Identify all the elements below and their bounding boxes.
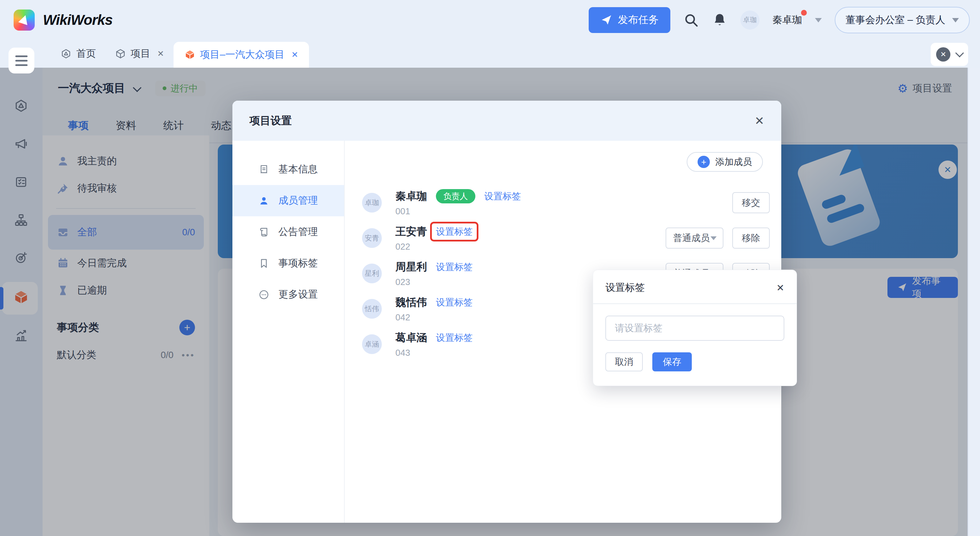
member-name: 周星利	[395, 260, 427, 274]
remove-member-button[interactable]: 移除	[732, 228, 770, 249]
doc-icon	[258, 164, 269, 175]
popup-divider	[593, 303, 797, 304]
member-row-秦卓珈: 卓珈 秦卓珈 负责人设置标签 001 移交	[362, 186, 770, 220]
member-info: 秦卓珈 负责人设置标签 001	[395, 189, 521, 217]
tab-project[interactable]: 项目 ✕	[105, 40, 173, 68]
cube-outline-icon	[115, 48, 126, 59]
modal-nav-label: 更多设置	[278, 288, 318, 301]
modal-header: 项目设置 ✕	[232, 101, 781, 141]
member-name: 魏恬伟	[395, 295, 427, 309]
publish-task-button[interactable]: 发布任务	[589, 7, 670, 33]
member-row-王安青: 安青 王安青 设置标签 022 普通成员 移除	[362, 221, 770, 255]
member-info: 周星利 设置标签 023	[395, 260, 473, 287]
member-icon	[258, 195, 269, 206]
user-menu-caret-icon[interactable]	[815, 18, 822, 26]
rocket-icon	[600, 14, 612, 26]
org-role-label: 董事会办公室 – 负责人	[846, 13, 945, 27]
member-id: 043	[395, 347, 473, 358]
tab-bar-controls: ✕	[931, 43, 968, 66]
workspace-tab-bar: 首页 项目 ✕ 项目–一汽大众项目 ✕ ✕	[0, 40, 980, 68]
hamburger-menu-button[interactable]	[8, 48, 34, 73]
modal-nav-基本信息[interactable]: 基本信息	[232, 154, 344, 185]
member-id: 001	[395, 206, 521, 217]
set-tag-link[interactable]: 设置标签	[436, 331, 473, 344]
home-icon	[60, 48, 72, 59]
transfer-button[interactable]: 移交	[732, 192, 770, 213]
tab-active-label: 项目–一汽大众项目	[200, 48, 285, 62]
set-tag-link[interactable]: 设置标签	[436, 261, 473, 273]
member-info: 葛卓涵 设置标签 043	[395, 331, 473, 358]
search-icon[interactable]	[683, 12, 699, 28]
set-tag-link[interactable]: 设置标签	[484, 190, 521, 202]
cancel-button[interactable]: 取消	[605, 352, 643, 371]
more-icon	[258, 289, 269, 300]
modal-nav: 基本信息 成员管理 公告管理 事项标签 更多设置	[232, 141, 345, 523]
set-tag-popup: 设置标签 ✕ 取消 保存	[593, 270, 797, 386]
wikiworks-logo-icon	[14, 10, 35, 31]
set-tag-link[interactable]: 设置标签	[436, 296, 473, 308]
modal-nav-label: 事项标签	[278, 257, 318, 270]
role-dropdown[interactable]: 普通成员	[666, 228, 724, 249]
modal-nav-更多设置[interactable]: 更多设置	[232, 279, 344, 310]
modal-nav-成员管理[interactable]: 成员管理	[232, 185, 344, 216]
member-management-pane: + 添加成员 卓珈 秦卓珈 负责人设置标签 001 移交安青 王安青 设置标签 …	[345, 141, 781, 523]
tabs-chevron-down-icon[interactable]	[955, 49, 964, 57]
app-window: WikiWorks 发布任务 卓珈 秦卓珈 董事会办公室 – 负责人 首页 项目	[0, 0, 980, 536]
org-role-selector[interactable]: 董事会办公室 – 负责人	[835, 7, 970, 33]
owner-badge: 负责人	[436, 189, 476, 203]
member-info: 魏恬伟 设置标签 042	[395, 295, 473, 323]
tag-input[interactable]	[606, 323, 784, 334]
top-header: WikiWorks 发布任务 卓珈 秦卓珈 董事会办公室 – 负责人	[0, 0, 980, 40]
member-avatar: 卓涵	[362, 334, 382, 354]
modal-nav-公告管理[interactable]: 公告管理	[232, 216, 344, 247]
member-avatar: 星利	[362, 263, 382, 283]
member-id: 022	[395, 241, 473, 252]
modal-title: 项目设置	[250, 114, 292, 128]
tab-project-label: 项目	[130, 47, 150, 60]
tab-active-close-icon[interactable]: ✕	[291, 50, 298, 60]
close-all-tabs-icon[interactable]: ✕	[936, 47, 950, 62]
user-name-text: 秦卓珈	[772, 14, 802, 25]
scroll-icon	[258, 227, 269, 238]
org-caret-icon	[952, 18, 959, 26]
tab-close-icon[interactable]: ✕	[157, 49, 164, 59]
user-name[interactable]: 秦卓珈	[772, 13, 802, 27]
dropdown-caret-icon	[711, 236, 717, 243]
modal-nav-事项标签[interactable]: 事项标签	[232, 247, 344, 279]
tag-input-wrap	[605, 316, 784, 341]
member-name: 秦卓珈	[395, 189, 427, 203]
add-member-button[interactable]: + 添加成员	[687, 152, 763, 172]
member-name: 王安青	[395, 224, 427, 239]
tab-home-label: 首页	[76, 47, 96, 60]
cube-orange-icon	[185, 49, 195, 60]
popup-title: 设置标签	[605, 281, 645, 295]
popup-header: 设置标签 ✕	[593, 270, 797, 303]
member-name: 葛卓涵	[395, 331, 427, 345]
role-value: 普通成员	[673, 232, 710, 244]
member-id: 042	[395, 312, 473, 323]
member-avatar: 安青	[362, 228, 382, 248]
plus-icon: +	[698, 156, 710, 168]
set-tag-link[interactable]: 设置标签	[432, 224, 477, 240]
tab-home[interactable]: 首页	[51, 40, 105, 68]
publish-task-label: 发布任务	[618, 13, 659, 27]
modal-nav-label: 基本信息	[278, 163, 318, 176]
modal-nav-label: 公告管理	[278, 225, 318, 239]
modal-close-icon[interactable]: ✕	[755, 114, 765, 128]
scrollbar-gutter[interactable]	[967, 68, 980, 536]
popup-actions: 取消 保存	[605, 352, 784, 371]
notifications-bell-icon[interactable]	[712, 12, 727, 28]
header-actions: 发布任务 卓珈 秦卓珈 董事会办公室 – 负责人	[589, 7, 970, 33]
member-avatar: 卓珈	[362, 193, 382, 212]
save-button[interactable]: 保存	[652, 352, 692, 371]
user-avatar[interactable]: 卓珈	[740, 11, 759, 30]
popup-close-icon[interactable]: ✕	[776, 282, 784, 293]
modal-nav-label: 成员管理	[278, 194, 318, 208]
member-avatar: 恬伟	[362, 299, 382, 319]
add-member-label: 添加成员	[715, 156, 752, 168]
tab-active-project[interactable]: 项目–一汽大众项目 ✕	[173, 42, 309, 68]
bookmark-icon	[258, 258, 269, 269]
member-id: 023	[395, 277, 473, 287]
member-info: 王安青 设置标签 022	[395, 224, 473, 252]
notification-dot	[801, 10, 807, 16]
